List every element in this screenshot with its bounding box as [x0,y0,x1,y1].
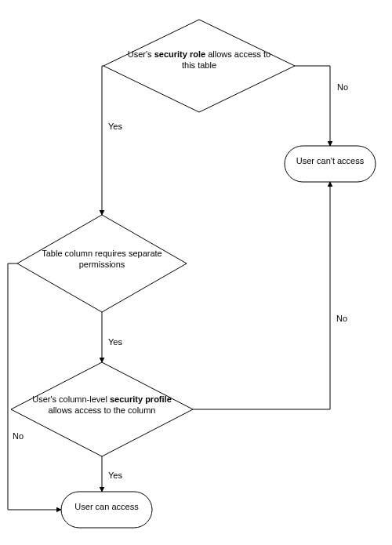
label-no-1: No [337,82,348,92]
d1-bold: security role [154,49,205,59]
terminal-cant-access: User can't access [285,146,376,182]
d3-prefix: User's column-level [32,394,110,404]
edge-d3-yes: Yes [102,456,122,492]
d2-line2: permissions [79,260,125,269]
decision-security-profile: User's column-level security profile all… [11,362,193,456]
label-yes-1: Yes [108,122,122,131]
can-text: User can access [61,501,152,512]
label-no-2: No [13,431,24,441]
edge-d1-yes: Yes [102,66,122,215]
decision-column-permissions: Table column requires separate permissio… [17,215,187,312]
label-yes-3: Yes [108,471,122,480]
d3-line2: allows access to the column [49,405,156,415]
edge-d2-no: No [8,263,61,510]
d1-suffix: allows access to [205,49,270,59]
d1-line2: this table [182,60,216,70]
d1-prefix: User's [128,49,154,59]
edge-d3-no: No [193,182,347,409]
edge-d1-no: No [295,66,348,146]
label-no-3: No [336,314,347,323]
d3-bold: security profile [110,394,172,404]
label-yes-2: Yes [108,337,122,347]
decision-security-role: User's security role allows access to th… [103,20,295,112]
cant-text: User can't access [285,155,376,166]
d2-line1: Table column requires separate [42,249,162,258]
terminal-can-access: User can access [61,492,152,528]
edge-d2-yes: Yes [102,312,122,362]
